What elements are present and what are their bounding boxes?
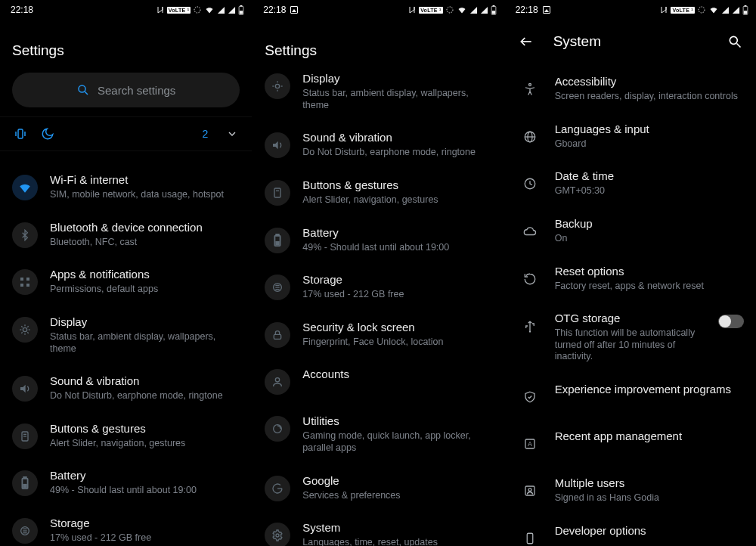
status-bar: 22:18 VoLTE ¹ xyxy=(505,0,756,18)
item-sub: 17% used - 212 GB free xyxy=(50,532,240,544)
item-sub: On xyxy=(555,233,744,245)
item-sub: Do Not Disturb, earphone mode, ringtone xyxy=(50,390,240,402)
status-time: 22:18 xyxy=(516,5,538,15)
phone-icon xyxy=(517,526,543,546)
svg-point-60 xyxy=(699,7,705,13)
display-icon xyxy=(12,317,38,343)
item-utilities[interactable]: UtilitiesGaming mode, quick launch, app … xyxy=(253,405,503,464)
item-date-time[interactable]: Date & timeGMT+05:30 xyxy=(505,160,756,207)
item-title: Wi-Fi & internet xyxy=(50,173,240,187)
item-sub: Do Not Disturb, earphone mode, ringtone xyxy=(302,147,491,159)
nfc-icon xyxy=(659,5,668,14)
svg-rect-28 xyxy=(23,484,26,488)
item-sound[interactable]: Sound & vibrationDo Not Disturb, earphon… xyxy=(0,365,252,412)
volte-icon: VoLTE ¹ xyxy=(167,7,191,14)
item-apps-notifications[interactable]: Apps & notificationsPermissions, default… xyxy=(0,258,252,306)
item-title: Sound & vibration xyxy=(50,374,240,388)
globe-icon xyxy=(517,124,543,150)
item-display[interactable]: DisplayStatus bar, ambient display, wall… xyxy=(0,306,252,365)
item-sound[interactable]: Sound & vibrationDo Not Disturb, earphon… xyxy=(253,121,503,169)
search-input[interactable]: Search settings xyxy=(12,73,240,107)
item-sub: 49% - Should last until about 19:00 xyxy=(302,242,491,254)
item-title: Accessibility xyxy=(555,75,744,88)
wifi-icon xyxy=(12,175,38,200)
svg-rect-47 xyxy=(277,234,280,235)
chevron-down-icon xyxy=(226,128,238,140)
svg-rect-11 xyxy=(20,284,23,287)
wifi-icon xyxy=(708,5,719,14)
svg-text:A: A xyxy=(528,441,532,448)
status-icons: VoLTE ¹ xyxy=(659,5,748,15)
quick-toggle-row[interactable]: 2 xyxy=(0,116,252,151)
signal-1-icon xyxy=(469,6,478,14)
back-button[interactable] xyxy=(514,29,538,54)
otg-toggle[interactable] xyxy=(718,315,744,328)
svg-rect-63 xyxy=(744,11,747,14)
item-recent-apps[interactable]: A Recent app management xyxy=(505,420,756,467)
item-sub: Languages, time, reset, updates xyxy=(302,537,491,546)
lock-icon xyxy=(265,322,290,348)
item-title: Backup xyxy=(555,217,744,231)
item-battery[interactable]: Battery49% - Should last until about 19:… xyxy=(253,216,503,264)
item-storage[interactable]: Storage17% used - 212 GB free xyxy=(253,263,503,311)
accessibility-icon xyxy=(517,76,543,102)
svg-line-5 xyxy=(85,92,88,95)
buttons-icon xyxy=(12,423,38,449)
item-security[interactable]: Security & lock screenFingerprint, Face … xyxy=(253,311,503,358)
svg-point-13 xyxy=(23,327,26,331)
item-title: Multiple users xyxy=(555,476,744,490)
item-storage[interactable]: Storage17% used - 212 GB free xyxy=(0,507,252,546)
item-title: Recent app management xyxy=(555,430,744,443)
item-wifi-internet[interactable]: Wi-Fi & internetSIM, mobile network, dat… xyxy=(0,163,252,211)
item-otg-storage[interactable]: OTG storageThis function will be automat… xyxy=(505,302,756,373)
item-buttons-gestures[interactable]: Buttons & gesturesAlert Slider, navigati… xyxy=(0,412,252,460)
item-title: Storage xyxy=(50,517,240,530)
search-button[interactable] xyxy=(723,29,747,54)
item-title: Battery xyxy=(50,469,240,482)
item-sub: Gaming mode, quick launch, app locker, p… xyxy=(302,430,491,454)
gear-icon xyxy=(265,523,290,546)
item-title: Security & lock screen xyxy=(302,321,491,334)
svg-rect-53 xyxy=(274,334,281,339)
item-sub: Bluetooth, NFC, cast xyxy=(50,237,240,249)
item-sub: Alert Slider, navigation, gestures xyxy=(50,438,240,450)
item-accounts[interactable]: Accounts xyxy=(253,358,503,405)
volte-icon: VoLTE ¹ xyxy=(671,7,695,14)
item-developer[interactable]: Developer options xyxy=(505,514,756,546)
rotate-icon xyxy=(193,5,202,14)
item-languages[interactable]: Languages & inputGboard xyxy=(505,113,756,160)
item-sub: This function will be automatically turn… xyxy=(555,327,700,363)
item-bluetooth[interactable]: Bluetooth & device connectionBluetooth, … xyxy=(0,211,252,259)
svg-line-18 xyxy=(21,326,22,327)
item-sub: Fingerprint, Face Unlock, location xyxy=(302,337,491,349)
screenshot-notif-icon xyxy=(543,6,550,14)
item-google[interactable]: GoogleServices & preferences xyxy=(253,464,503,512)
item-sub: Signed in as Hans Godia xyxy=(555,492,744,504)
svg-line-19 xyxy=(27,332,28,333)
svg-line-21 xyxy=(27,326,28,327)
item-title: Experience improvement programs xyxy=(555,383,744,396)
item-accessibility[interactable]: AccessibilityScreen readers, display, in… xyxy=(505,65,756,113)
item-display[interactable]: DisplayStatus bar, ambient display, wall… xyxy=(253,62,503,121)
item-multiple-users[interactable]: Multiple usersSigned in as Hans Godia xyxy=(505,467,756,514)
usb-icon xyxy=(517,313,543,339)
settings-list: DisplayStatus bar, ambient display, wall… xyxy=(253,57,503,546)
item-battery[interactable]: Battery49% - Should last until about 19:… xyxy=(0,459,252,507)
svg-point-34 xyxy=(447,7,453,13)
item-title: Sound & vibration xyxy=(302,131,491,144)
status-icons: VoLTE ¹ xyxy=(156,5,245,15)
item-experience[interactable]: Experience improvement programs xyxy=(505,373,756,420)
item-backup[interactable]: BackupOn xyxy=(505,207,756,255)
page-title: System xyxy=(553,33,708,50)
svg-rect-77 xyxy=(527,533,533,544)
battery-icon xyxy=(491,5,497,15)
status-time: 22:18 xyxy=(263,5,286,15)
item-reset[interactable]: Reset optionsFactory reset, apps & netwo… xyxy=(505,255,756,302)
item-system[interactable]: SystemLanguages, time, reset, updates xyxy=(253,511,503,546)
status-bar: 22:18 VoLTE ¹ xyxy=(253,0,503,18)
nfc-icon xyxy=(156,5,165,14)
item-buttons-gestures[interactable]: Buttons & gesturesAlert Slider, navigati… xyxy=(253,169,503,216)
svg-rect-3 xyxy=(240,11,243,14)
arrow-left-icon xyxy=(519,34,534,49)
svg-rect-37 xyxy=(491,11,494,14)
